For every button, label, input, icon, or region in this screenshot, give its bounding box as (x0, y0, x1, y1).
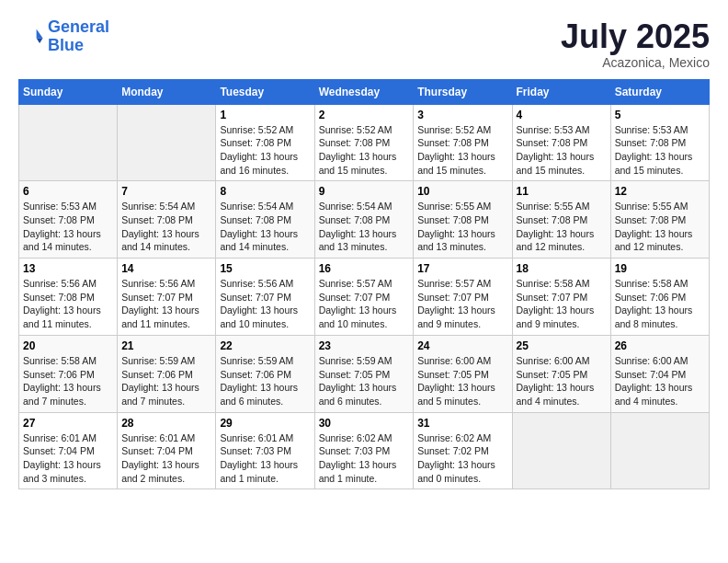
calendar-cell: 30Sunrise: 6:02 AM Sunset: 7:03 PM Dayli… (314, 412, 414, 489)
calendar-cell: 2Sunrise: 5:52 AM Sunset: 7:08 PM Daylig… (314, 104, 414, 181)
day-number: 6 (23, 185, 113, 198)
calendar-cell: 25Sunrise: 6:00 AM Sunset: 7:05 PM Dayli… (512, 335, 610, 412)
day-number: 1 (220, 109, 310, 121)
day-info: Sunrise: 6:00 AM Sunset: 7:05 PM Dayligh… (517, 354, 607, 408)
logo-text: General Blue (48, 18, 109, 55)
calendar-cell: 3Sunrise: 5:52 AM Sunset: 7:08 PM Daylig… (414, 104, 512, 181)
day-number: 8 (220, 185, 310, 198)
calendar-cell: 17Sunrise: 5:57 AM Sunset: 7:07 PM Dayli… (414, 259, 512, 336)
calendar-cell (512, 412, 610, 489)
svg-marker-1 (37, 38, 43, 43)
day-number: 11 (517, 185, 607, 198)
calendar-cell: 13Sunrise: 5:56 AM Sunset: 7:08 PM Dayli… (19, 259, 118, 336)
calendar-cell: 18Sunrise: 5:58 AM Sunset: 7:07 PM Dayli… (512, 259, 610, 336)
day-info: Sunrise: 5:56 AM Sunset: 7:08 PM Dayligh… (23, 277, 113, 331)
day-number: 9 (319, 185, 410, 198)
day-info: Sunrise: 5:53 AM Sunset: 7:08 PM Dayligh… (23, 200, 113, 254)
calendar-cell: 22Sunrise: 5:59 AM Sunset: 7:06 PM Dayli… (216, 335, 314, 412)
day-info: Sunrise: 5:54 AM Sunset: 7:08 PM Dayligh… (319, 200, 410, 254)
weekday-header: Thursday (414, 79, 512, 104)
day-number: 27 (23, 417, 113, 430)
calendar-cell (19, 104, 118, 181)
svg-marker-0 (37, 29, 43, 38)
day-number: 21 (121, 339, 211, 352)
calendar-cell: 6Sunrise: 5:53 AM Sunset: 7:08 PM Daylig… (19, 181, 118, 259)
day-info: Sunrise: 6:00 AM Sunset: 7:05 PM Dayligh… (417, 354, 507, 408)
day-info: Sunrise: 6:01 AM Sunset: 7:04 PM Dayligh… (23, 431, 113, 486)
calendar-cell: 23Sunrise: 5:59 AM Sunset: 7:05 PM Dayli… (314, 335, 414, 412)
day-number: 18 (517, 262, 607, 275)
calendar-table: SundayMondayTuesdayWednesdayThursdayFrid… (18, 79, 710, 490)
calendar-cell: 20Sunrise: 5:58 AM Sunset: 7:06 PM Dayli… (19, 335, 118, 412)
calendar-cell: 7Sunrise: 5:54 AM Sunset: 7:08 PM Daylig… (118, 181, 216, 259)
day-info: Sunrise: 5:58 AM Sunset: 7:07 PM Dayligh… (517, 277, 607, 331)
calendar-cell: 27Sunrise: 6:01 AM Sunset: 7:04 PM Dayli… (19, 412, 118, 489)
day-info: Sunrise: 5:53 AM Sunset: 7:08 PM Dayligh… (517, 123, 607, 178)
day-number: 3 (417, 109, 507, 121)
day-info: Sunrise: 5:53 AM Sunset: 7:08 PM Dayligh… (615, 123, 705, 178)
calendar-cell: 15Sunrise: 5:56 AM Sunset: 7:07 PM Dayli… (216, 259, 314, 336)
calendar-cell: 8Sunrise: 5:54 AM Sunset: 7:08 PM Daylig… (216, 181, 314, 259)
day-number: 31 (417, 417, 507, 430)
calendar-cell: 16Sunrise: 5:57 AM Sunset: 7:07 PM Dayli… (314, 259, 414, 336)
calendar-week-row: 13Sunrise: 5:56 AM Sunset: 7:08 PM Dayli… (19, 259, 710, 336)
day-info: Sunrise: 5:56 AM Sunset: 7:07 PM Dayligh… (121, 277, 211, 331)
day-number: 24 (417, 339, 507, 352)
weekday-header: Wednesday (314, 79, 414, 104)
calendar-cell: 14Sunrise: 5:56 AM Sunset: 7:07 PM Dayli… (118, 259, 216, 336)
day-number: 25 (517, 339, 607, 352)
day-number: 12 (615, 185, 705, 198)
calendar-cell (610, 412, 709, 489)
day-info: Sunrise: 5:55 AM Sunset: 7:08 PM Dayligh… (615, 200, 705, 254)
calendar-week-row: 6Sunrise: 5:53 AM Sunset: 7:08 PM Daylig… (19, 181, 710, 259)
weekday-header-row: SundayMondayTuesdayWednesdayThursdayFrid… (19, 79, 710, 104)
day-number: 28 (121, 417, 211, 430)
day-info: Sunrise: 5:52 AM Sunset: 7:08 PM Dayligh… (417, 123, 507, 178)
calendar-cell: 24Sunrise: 6:00 AM Sunset: 7:05 PM Dayli… (414, 335, 512, 412)
day-info: Sunrise: 6:00 AM Sunset: 7:04 PM Dayligh… (615, 354, 705, 408)
calendar-cell: 12Sunrise: 5:55 AM Sunset: 7:08 PM Dayli… (610, 181, 709, 259)
day-info: Sunrise: 5:56 AM Sunset: 7:07 PM Dayligh… (220, 277, 310, 331)
day-info: Sunrise: 5:59 AM Sunset: 7:05 PM Dayligh… (319, 354, 410, 408)
logo-icon (18, 24, 44, 50)
calendar-cell: 19Sunrise: 5:58 AM Sunset: 7:06 PM Dayli… (610, 259, 709, 336)
day-number: 4 (517, 109, 607, 121)
calendar-cell: 1Sunrise: 5:52 AM Sunset: 7:08 PM Daylig… (216, 104, 314, 181)
weekday-header: Sunday (19, 79, 118, 104)
day-number: 15 (220, 262, 310, 275)
weekday-header: Monday (118, 79, 216, 104)
day-info: Sunrise: 5:55 AM Sunset: 7:08 PM Dayligh… (417, 200, 507, 254)
day-number: 23 (319, 339, 410, 352)
calendar-week-row: 20Sunrise: 5:58 AM Sunset: 7:06 PM Dayli… (19, 335, 710, 412)
logo: General Blue (18, 18, 109, 55)
calendar-week-row: 1Sunrise: 5:52 AM Sunset: 7:08 PM Daylig… (19, 104, 710, 181)
calendar-cell: 26Sunrise: 6:00 AM Sunset: 7:04 PM Dayli… (610, 335, 709, 412)
title-block: July 2025 Acazonica, Mexico (561, 18, 710, 70)
day-number: 7 (121, 185, 211, 198)
day-number: 16 (319, 262, 410, 275)
day-number: 13 (23, 262, 113, 275)
day-number: 22 (220, 339, 310, 352)
day-number: 17 (417, 262, 507, 275)
day-info: Sunrise: 6:02 AM Sunset: 7:03 PM Dayligh… (319, 431, 410, 486)
day-info: Sunrise: 5:54 AM Sunset: 7:08 PM Dayligh… (121, 200, 211, 254)
day-number: 20 (23, 339, 113, 352)
calendar-week-row: 27Sunrise: 6:01 AM Sunset: 7:04 PM Dayli… (19, 412, 710, 489)
weekday-header: Saturday (610, 79, 709, 104)
day-info: Sunrise: 6:01 AM Sunset: 7:04 PM Dayligh… (121, 431, 211, 486)
weekday-header: Tuesday (216, 79, 314, 104)
calendar-cell: 5Sunrise: 5:53 AM Sunset: 7:08 PM Daylig… (610, 104, 709, 181)
day-number: 5 (615, 109, 705, 121)
calendar-cell: 4Sunrise: 5:53 AM Sunset: 7:08 PM Daylig… (512, 104, 610, 181)
day-info: Sunrise: 5:57 AM Sunset: 7:07 PM Dayligh… (319, 277, 410, 331)
calendar-cell: 9Sunrise: 5:54 AM Sunset: 7:08 PM Daylig… (314, 181, 414, 259)
header: General Blue July 2025 Acazonica, Mexico (18, 18, 710, 70)
day-number: 30 (319, 417, 410, 430)
month-title: July 2025 (561, 18, 710, 55)
day-info: Sunrise: 5:58 AM Sunset: 7:06 PM Dayligh… (615, 277, 705, 331)
day-info: Sunrise: 5:57 AM Sunset: 7:07 PM Dayligh… (417, 277, 507, 331)
calendar-cell: 29Sunrise: 6:01 AM Sunset: 7:03 PM Dayli… (216, 412, 314, 489)
day-info: Sunrise: 6:01 AM Sunset: 7:03 PM Dayligh… (220, 431, 310, 486)
calendar-cell (118, 104, 216, 181)
day-info: Sunrise: 5:59 AM Sunset: 7:06 PM Dayligh… (220, 354, 310, 408)
